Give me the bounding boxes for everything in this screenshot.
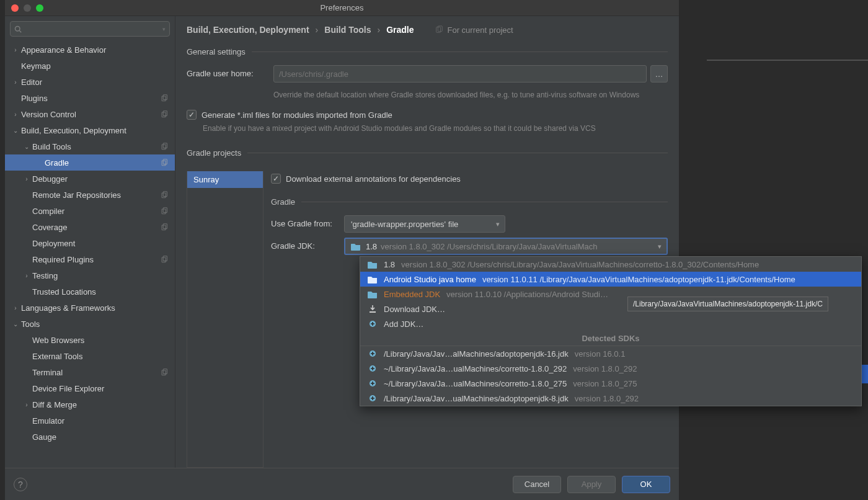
minimize-window-button[interactable] bbox=[24, 4, 31, 12]
help-button[interactable]: ? bbox=[14, 478, 27, 491]
sidebar-item[interactable]: ›Appearance & Behavior bbox=[5, 42, 175, 58]
dropdown-item[interactable]: Add JDK… bbox=[360, 316, 861, 331]
sidebar-item-label: Tools bbox=[21, 319, 175, 329]
sidebar-item-label: Gauge bbox=[32, 432, 175, 442]
sidebar-item[interactable]: ›Debugger bbox=[5, 171, 175, 187]
sidebar-item-label: Plugins bbox=[21, 94, 160, 103]
svg-rect-14 bbox=[162, 225, 166, 230]
dropdown-item-detail: version 11.0.10 /Applications/Android St… bbox=[446, 290, 608, 299]
search-input[interactable]: ▾ bbox=[10, 21, 170, 37]
sidebar-item[interactable]: ›Web Browsers bbox=[5, 332, 175, 348]
svg-rect-4 bbox=[162, 112, 166, 117]
sidebar-item[interactable]: ›Plugins bbox=[5, 90, 175, 106]
jdk-dropdown[interactable]: 1.8 version 1.8.0_302 /Users/chris/Libra… bbox=[360, 256, 862, 406]
svg-rect-2 bbox=[162, 96, 166, 101]
add-icon bbox=[368, 364, 378, 373]
gradle-jdk-select[interactable]: 1.8 version 1.8.0_302 /Users/chris/Libra… bbox=[344, 238, 668, 255]
crumb-2[interactable]: Build Tools bbox=[324, 25, 371, 35]
sidebar-item[interactable]: ›Diff & Merge bbox=[5, 396, 175, 413]
sidebar-item[interactable]: ›Terminal bbox=[5, 364, 175, 380]
sidebar-item[interactable]: ›Remote Jar Repositories bbox=[5, 187, 175, 203]
projects-list[interactable]: Sunray bbox=[187, 171, 264, 468]
dropdown-item-path: /Library/Java/Jav…ualMachines/adoptopenj… bbox=[384, 394, 569, 403]
sidebar-item[interactable]: ›External Tools bbox=[5, 348, 175, 364]
close-window-button[interactable] bbox=[11, 4, 19, 12]
add-icon bbox=[368, 319, 378, 328]
sidebar-item[interactable]: ›Languages & Frameworks bbox=[5, 300, 175, 316]
gradle-home-hint: Override the default location where Grad… bbox=[273, 90, 668, 100]
search-field[interactable] bbox=[24, 25, 162, 33]
jdk-detail: version 1.8.0_302 /Users/chris/Library/J… bbox=[381, 242, 597, 251]
dropdown-item[interactable]: Android Studio java home version 11.0.11… bbox=[360, 272, 861, 287]
sidebar-item[interactable]: ⌄Build Tools bbox=[5, 138, 175, 154]
sidebar-item[interactable]: ›Gauge bbox=[5, 429, 175, 445]
sidebar-item[interactable]: ⌄Tools bbox=[5, 316, 175, 332]
sidebar-item-label: Keymap bbox=[21, 61, 175, 71]
dropdown-detected-item[interactable]: /Library/Java/Jav…alMachines/adoptopenjd… bbox=[360, 346, 861, 361]
sidebar-item-label: Web Browsers bbox=[32, 336, 175, 345]
sidebar-item-label: Languages & Frameworks bbox=[21, 303, 175, 313]
sidebar-item[interactable]: ›Testing bbox=[5, 267, 175, 283]
ok-button[interactable]: OK bbox=[622, 476, 670, 493]
sidebar-item[interactable]: ›Gradle bbox=[5, 154, 175, 171]
svg-point-0 bbox=[16, 26, 20, 31]
crumb-1[interactable]: Build, Execution, Deployment bbox=[187, 25, 309, 35]
generate-iml-row[interactable]: Generate *.iml files for modules importe… bbox=[187, 110, 668, 120]
sidebar-item[interactable]: ›Trusted Locations bbox=[5, 283, 175, 300]
folder-icon bbox=[351, 243, 361, 251]
project-item[interactable]: Sunray bbox=[187, 171, 263, 188]
folder-icon bbox=[368, 275, 378, 283]
jdk-tooltip: /Library/Java/JavaVirtualMachines/adopto… bbox=[627, 297, 828, 311]
project-scope-icon bbox=[160, 158, 169, 167]
sidebar-item[interactable]: ›Emulator bbox=[5, 413, 175, 429]
use-gradle-from-label: Use Gradle from: bbox=[271, 215, 344, 228]
browse-button[interactable]: … bbox=[650, 65, 668, 83]
cancel-button[interactable]: Cancel bbox=[513, 476, 561, 493]
generate-iml-checkbox[interactable] bbox=[187, 110, 197, 120]
dropdown-item[interactable]: 1.8 version 1.8.0_302 /Users/chris/Libra… bbox=[360, 257, 861, 272]
download-icon bbox=[368, 305, 378, 313]
svg-rect-19 bbox=[163, 369, 167, 374]
sidebar-item[interactable]: ›Coverage bbox=[5, 219, 175, 235]
use-gradle-from-select[interactable]: 'gradle-wrapper.properties' file bbox=[344, 215, 505, 233]
sidebar-item[interactable]: ›Device File Explorer bbox=[5, 380, 175, 396]
dropdown-item-path: /Library/Java/Jav…alMachines/adoptopenjd… bbox=[384, 349, 569, 359]
sidebar-item-label: Coverage bbox=[32, 223, 160, 232]
svg-rect-18 bbox=[162, 370, 166, 375]
sidebar-item-label: Compiler bbox=[32, 207, 160, 216]
sidebar-item[interactable]: ›Compiler bbox=[5, 203, 175, 219]
project-scope-icon bbox=[160, 142, 169, 151]
project-scope-icon bbox=[160, 94, 169, 102]
svg-rect-10 bbox=[162, 193, 166, 198]
add-icon bbox=[368, 379, 378, 388]
dropdown-item-detail: version 1.8.0_302 /Users/chris/Library/J… bbox=[401, 260, 759, 269]
sidebar-item[interactable]: ›Version Control bbox=[5, 106, 175, 122]
zoom-window-button[interactable] bbox=[36, 4, 43, 12]
sidebar-item[interactable]: ›Editor bbox=[5, 74, 175, 90]
dropdown-detected-item[interactable]: /Library/Java/Jav…ualMachines/adoptopenj… bbox=[360, 391, 861, 406]
apply-button[interactable]: Apply bbox=[567, 476, 616, 493]
gradle-home-input[interactable] bbox=[273, 65, 647, 83]
dropdown-item-name: Download JDK… bbox=[384, 305, 445, 314]
dropdown-detected-item[interactable]: ~/Library/Java/Ja…ualMachines/corretto-1… bbox=[360, 361, 861, 376]
dropdown-detected-item[interactable]: ~/Library/Java/Ja…ualMachines/corretto-1… bbox=[360, 376, 861, 391]
use-gradle-from-row: Use Gradle from: 'gradle-wrapper.propert… bbox=[271, 215, 668, 233]
editor-background-line bbox=[707, 60, 868, 61]
sidebar-item[interactable]: ›Required Plugins bbox=[5, 251, 175, 267]
dropdown-item-version: version 1.8.0_292 bbox=[573, 364, 637, 373]
settings-tree[interactable]: ›Appearance & Behavior›Keymap›Editor›Plu… bbox=[5, 42, 175, 468]
project-scope-icon bbox=[160, 110, 169, 118]
project-scope-icon bbox=[160, 223, 169, 231]
sidebar-item[interactable]: ›Deployment bbox=[5, 235, 175, 251]
sidebar-item[interactable]: ›Keymap bbox=[5, 58, 175, 74]
sidebar-item-label: Version Control bbox=[21, 110, 160, 119]
download-annotations-row[interactable]: Download external annotations for depend… bbox=[271, 174, 668, 184]
sidebar-item[interactable]: ⌄Build, Execution, Deployment bbox=[5, 122, 175, 138]
sidebar-item-label: Build Tools bbox=[32, 142, 160, 151]
svg-line-1 bbox=[19, 30, 21, 32]
download-annotations-checkbox[interactable] bbox=[271, 174, 281, 184]
jdk-name: 1.8 bbox=[366, 242, 377, 251]
svg-rect-13 bbox=[163, 208, 167, 213]
sidebar-item-label: Debugger bbox=[32, 174, 175, 184]
expand-icon: › bbox=[12, 111, 19, 117]
